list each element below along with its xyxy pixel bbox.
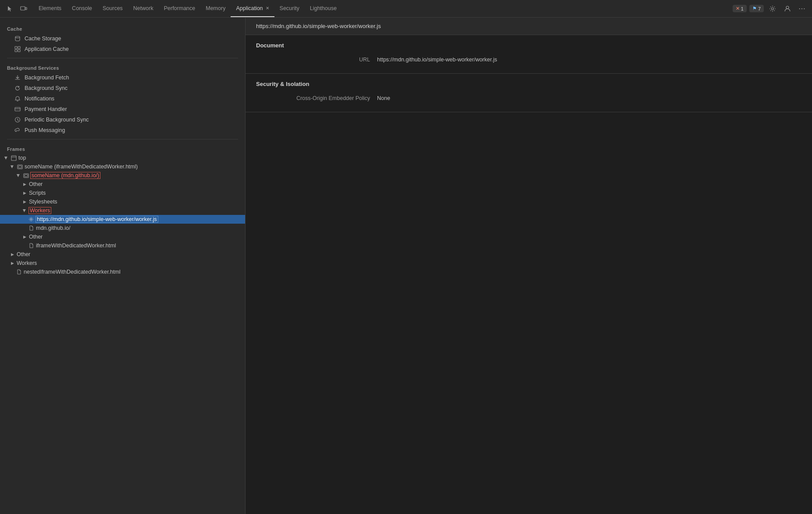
error-icon: ✕ — [736, 6, 740, 11]
arrow-scripts: ▶ — [22, 190, 27, 196]
document-section-title: Document — [256, 42, 801, 49]
sidebar-item-background-fetch[interactable]: Background Fetch — [0, 72, 245, 83]
tree-item-other-1[interactable]: ▶ Other — [0, 180, 245, 189]
gear-small-icon — [28, 216, 34, 222]
tree-label-stylesheets: Stylesheets — [29, 199, 57, 205]
sidebar-item-notifications[interactable]: Notifications — [0, 93, 245, 104]
tree-item-scripts[interactable]: ▶ Scripts — [0, 189, 245, 197]
svg-point-3 — [786, 6, 789, 9]
tree-label-workers-top: Workers — [17, 260, 37, 266]
arrow-other-1: ▶ — [22, 182, 27, 187]
tree-item-other-2[interactable]: ▶ Other — [0, 232, 245, 241]
tree-item-workers[interactable]: ▶ Workers — [0, 206, 245, 215]
tree-item-workers-top[interactable]: ▶ Workers — [0, 259, 245, 268]
tree-label-iframe-html: iframeWithDedicatedWorker.html — [36, 243, 116, 249]
tree-item-iframe-html[interactable]: iframeWithDedicatedWorker.html — [0, 241, 245, 250]
tree-label-other-top: Other — [17, 251, 30, 257]
grid-icon — [14, 46, 21, 53]
tree-label-somename-iframe: someName (iframeWithDedicatedWorker.html… — [25, 164, 138, 170]
content-url: https://mdn.github.io/simple-web-worker/… — [256, 23, 381, 29]
cylinder-icon — [14, 35, 21, 42]
arrow-top: ▶ — [4, 155, 9, 161]
error-badge[interactable]: ✕ 1 — [733, 5, 747, 12]
svg-rect-6 — [18, 46, 20, 49]
warning-count: 7 — [758, 6, 761, 11]
document-url-row: URL https://mdn.github.io/simple-web-wor… — [256, 55, 801, 64]
tree-item-nested-html[interactable]: nestedIframeWithDedicatedWorker.html — [0, 268, 245, 276]
sidebar-item-periodic-bg-sync[interactable]: Periodic Background Sync — [0, 114, 245, 125]
svg-rect-5 — [15, 46, 17, 49]
toolbar-right: ✕ 1 ⚑ 7 ⋯ — [733, 3, 808, 15]
more-icon[interactable]: ⋯ — [796, 3, 808, 15]
periodic-bg-sync-label: Periodic Background Sync — [25, 117, 89, 123]
tree-label-workers: Workers — [29, 207, 51, 214]
tree-label-other-1: Other — [29, 181, 43, 187]
arrow-workers-top: ▶ — [10, 261, 15, 266]
svg-rect-7 — [15, 50, 17, 52]
divider-2 — [7, 139, 238, 139]
tree-label-other-2: Other — [29, 234, 43, 240]
tree-item-top[interactable]: ▶ top — [0, 153, 245, 162]
background-sync-label: Background Sync — [25, 85, 68, 91]
svg-point-18 — [30, 218, 32, 220]
warning-icon: ⚑ — [752, 6, 757, 11]
sidebar-item-background-sync[interactable]: Background Sync — [0, 83, 245, 93]
tree-item-mdn-root[interactable]: mdn.github.io/ — [0, 224, 245, 232]
tab-performance[interactable]: Performance — [159, 0, 201, 17]
svg-point-2 — [772, 7, 774, 10]
tab-application[interactable]: Application ✕ — [231, 0, 274, 17]
tree-label-worker-js: https://mdn.github.io/simple-web-worker/… — [36, 216, 158, 222]
arrow-other-2: ▶ — [22, 234, 27, 239]
sidebar-item-application-cache[interactable]: Application Cache — [0, 44, 245, 54]
settings-icon[interactable] — [766, 3, 779, 15]
svg-rect-15 — [18, 166, 21, 168]
arrow-somename-mdn: ▶ — [16, 173, 21, 178]
frames-section-title: Frames — [0, 143, 245, 153]
document-section: Document URL https://mdn.github.io/simpl… — [246, 35, 812, 74]
tab-sources[interactable]: Sources — [97, 0, 128, 17]
tree-label-scripts: Scripts — [29, 190, 46, 196]
sidebar-item-cache-storage[interactable]: Cache Storage — [0, 33, 245, 44]
tab-security[interactable]: Security — [274, 0, 305, 17]
push-messaging-label: Push Messaging — [25, 127, 65, 133]
tab-bar: Elements Console Sources Network Perform… — [0, 0, 812, 18]
tab-network[interactable]: Network — [128, 0, 159, 17]
file-icon-3 — [16, 269, 22, 275]
tab-close-icon[interactable]: ✕ — [266, 6, 269, 11]
tree-label-nested-html: nestedIframeWithDedicatedWorker.html — [24, 269, 121, 275]
fetch-icon — [14, 74, 21, 81]
user-icon[interactable] — [781, 3, 794, 15]
security-section: Security & Isolation Cross-Origin Embedd… — [246, 74, 812, 112]
warning-badge[interactable]: ⚑ 7 — [749, 5, 764, 12]
cache-storage-label: Cache Storage — [25, 36, 61, 42]
iframe-icon-1 — [17, 164, 23, 170]
tree-item-other-top[interactable]: ▶ Other — [0, 250, 245, 259]
security-section-title: Security & Isolation — [256, 81, 801, 87]
divider-1 — [7, 58, 238, 58]
content-panel: https://mdn.github.io/simple-web-worker/… — [246, 18, 812, 514]
arrow-workers: ▶ — [22, 208, 27, 213]
content-url-bar: https://mdn.github.io/simple-web-worker/… — [246, 18, 812, 35]
sidebar: Cache Cache Storage Application Cache — [0, 18, 246, 514]
sidebar-item-push-messaging[interactable]: Push Messaging — [0, 125, 245, 136]
tree-item-worker-js[interactable]: https://mdn.github.io/simple-web-worker/… — [0, 215, 245, 224]
coep-label: Cross-Origin Embedder Policy — [256, 95, 370, 101]
tree-item-stylesheets[interactable]: ▶ Stylesheets — [0, 197, 245, 206]
coep-row: Cross-Origin Embedder Policy None — [256, 93, 801, 103]
tab-elements[interactable]: Elements — [33, 0, 67, 17]
tree-label-mdn-root: mdn.github.io/ — [36, 225, 71, 231]
tree-item-somename-iframe[interactable]: ▶ someName (iframeWithDedicatedWorker.ht… — [0, 162, 245, 171]
svg-rect-1 — [25, 7, 27, 10]
tab-console[interactable]: Console — [67, 0, 97, 17]
sidebar-item-payment-handler[interactable]: Payment Handler — [0, 104, 245, 114]
error-count: 1 — [741, 6, 744, 11]
svg-point-4 — [15, 36, 20, 38]
document-url-value: https://mdn.github.io/simple-web-worker/… — [377, 57, 497, 63]
tab-memory[interactable]: Memory — [200, 0, 231, 17]
tab-lighthouse[interactable]: Lighthouse — [305, 0, 342, 17]
tree-item-somename-mdn[interactable]: ▶ someName (mdn.github.io/) — [0, 171, 245, 180]
device-icon[interactable] — [18, 3, 30, 15]
file-icon-2 — [28, 243, 34, 249]
iframe-icon-2 — [23, 172, 29, 178]
cursor-icon[interactable] — [4, 3, 16, 15]
